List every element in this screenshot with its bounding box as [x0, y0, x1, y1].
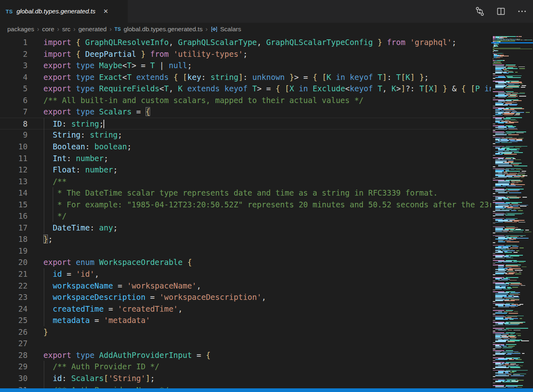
line-number[interactable]: 20	[0, 256, 28, 268]
breadcrumb-generated[interactable]: generated	[78, 26, 107, 33]
code-line[interactable]: 6/** All built-in and custom scalars, ma…	[0, 95, 491, 106]
open-changes-icon[interactable]	[475, 6, 485, 17]
code-line[interactable]: 25 metadata = 'metadata'	[0, 314, 491, 326]
code-token: from	[387, 38, 406, 47]
code-editor[interactable]: 1import { GraphQLResolveInfo, GraphQLSca…	[0, 36, 491, 388]
breadcrumb-src[interactable]: src	[62, 26, 71, 33]
minimap-line	[493, 187, 495, 188]
code-token	[480, 84, 484, 93]
minimap-line	[514, 115, 519, 116]
code-line[interactable]: 16 */	[0, 210, 491, 222]
code-token: [	[104, 374, 108, 383]
line-number[interactable]: 21	[0, 268, 28, 280]
minimap-line	[493, 178, 495, 179]
minimap-line	[493, 116, 495, 116]
line-number[interactable]: 9	[0, 129, 28, 140]
tab-global-db-types[interactable]: TS global.db.types.generated.ts ✕	[0, 0, 128, 23]
line-number[interactable]: 26	[0, 326, 28, 338]
line-number[interactable]: 18	[0, 233, 28, 245]
code-line[interactable]: 26}	[0, 326, 491, 338]
line-number[interactable]: 13	[0, 176, 28, 187]
code-token: WorkspaceOrderable	[99, 258, 183, 267]
code-text: import { GraphQLResolveInfo, GraphQLScal…	[43, 37, 456, 48]
code-token: /** Auth Provider ID */	[43, 362, 159, 371]
minimap-line	[495, 262, 502, 263]
line-number[interactable]: 7	[0, 106, 28, 117]
code-line[interactable]: 11 Int: number;	[0, 153, 491, 164]
line-number[interactable]: 15	[0, 199, 28, 210]
code-token	[183, 258, 187, 267]
line-number[interactable]: 3	[0, 60, 28, 71]
line-number[interactable]: 12	[0, 164, 28, 175]
code-line[interactable]: 13 /**	[0, 176, 491, 187]
code-line[interactable]: 17 DateTime: any;	[0, 222, 491, 234]
line-number[interactable]: 4	[0, 71, 28, 83]
code-line[interactable]: 5export type RequireFields<T, K extends …	[0, 83, 491, 95]
minimap-line	[503, 289, 510, 290]
code-line[interactable]: 20export enum WorkspaceOrderable {	[0, 256, 491, 268]
code-line[interactable]: 29 /** Auth Provider ID */	[0, 361, 491, 373]
minimap[interactable]	[491, 36, 533, 388]
code-line[interactable]: 19	[0, 245, 491, 257]
code-line[interactable]: 28export type AddAuthProviderInput = {	[0, 349, 491, 361]
code-line[interactable]: 7export type Scalars = {	[0, 106, 491, 118]
code-line[interactable]: 10 Boolean: boolean;	[0, 141, 491, 153]
line-number[interactable]: 30	[0, 373, 28, 384]
code-line[interactable]: 8 ID: string;	[0, 118, 491, 129]
code-token	[95, 73, 99, 82]
code-line[interactable]: 12 Float: number;	[0, 164, 491, 176]
more-actions-icon[interactable]	[517, 6, 527, 17]
code-line[interactable]: 23 workspaceDescription = 'workspaceDesc…	[0, 291, 491, 303]
breadcrumb-packages[interactable]: packages	[7, 26, 34, 33]
line-number[interactable]: 17	[0, 222, 28, 233]
code-token: [	[285, 84, 289, 93]
code-line[interactable]: 27	[0, 338, 491, 349]
close-icon[interactable]: ✕	[102, 7, 110, 16]
code-token: T	[378, 73, 382, 82]
line-number[interactable]: 27	[0, 338, 28, 349]
code-token: P	[475, 84, 479, 93]
minimap-line	[493, 383, 495, 383]
line-number[interactable]: 11	[0, 153, 28, 164]
line-number[interactable]: 24	[0, 303, 28, 314]
breadcrumb-symbol-scalars[interactable]: Scalars	[220, 26, 241, 33]
code-line[interactable]: 24 createdTime = 'createdTime',	[0, 303, 491, 315]
line-number[interactable]: 31	[0, 384, 28, 389]
editor-title-actions	[475, 0, 527, 23]
code-line[interactable]: 18};	[0, 233, 491, 245]
code-line[interactable]: 21 id = 'id',	[0, 268, 491, 280]
line-number[interactable]: 23	[0, 291, 28, 303]
code-line[interactable]: 14 * The DateTime scalar type represents…	[0, 187, 491, 199]
line-number[interactable]: 28	[0, 349, 28, 361]
code-line[interactable]: 31 /** Auth Provider Name */	[0, 384, 491, 389]
code-line[interactable]: 1import { GraphQLResolveInfo, GraphQLSca…	[0, 37, 491, 48]
code-token	[220, 84, 224, 93]
line-number[interactable]: 14	[0, 187, 28, 198]
code-token: }	[141, 50, 145, 58]
code-line[interactable]: 22 workspaceName = 'workspaceName',	[0, 280, 491, 292]
line-number[interactable]: 5	[0, 83, 28, 94]
line-number[interactable]: 2	[0, 48, 28, 60]
code-line[interactable]: 9 String: string;	[0, 129, 491, 141]
code-line[interactable]: 3export type Maybe<T> = T | null;	[0, 60, 491, 71]
line-number[interactable]: 29	[0, 361, 28, 372]
line-number[interactable]: 8	[0, 118, 28, 129]
line-number[interactable]: 25	[0, 314, 28, 326]
code-line[interactable]: 15 * For example: "1985-04-12T23:20:50.5…	[0, 199, 491, 211]
line-number[interactable]: 1	[0, 37, 28, 48]
minimap-line	[493, 193, 495, 194]
typescript-file-icon: TS	[114, 26, 120, 32]
code-line[interactable]: 2import { DeepPartial } from 'utility-ty…	[0, 48, 491, 60]
minimap-line	[493, 233, 495, 233]
line-number[interactable]: 6	[0, 95, 28, 106]
code-line[interactable]: 4export type Exact<T extends { [key: str…	[0, 71, 491, 83]
line-number[interactable]: 10	[0, 141, 28, 152]
code-token: string	[211, 73, 239, 82]
line-number[interactable]: 16	[0, 210, 28, 222]
split-editor-icon[interactable]	[496, 6, 506, 17]
code-line[interactable]: 30 id: Scalars['String'];	[0, 373, 491, 384]
line-number[interactable]: 22	[0, 280, 28, 291]
breadcrumb-file[interactable]: global.db.types.generated.ts	[124, 26, 203, 33]
breadcrumb-core[interactable]: core	[42, 26, 54, 33]
line-number[interactable]: 19	[0, 245, 28, 256]
